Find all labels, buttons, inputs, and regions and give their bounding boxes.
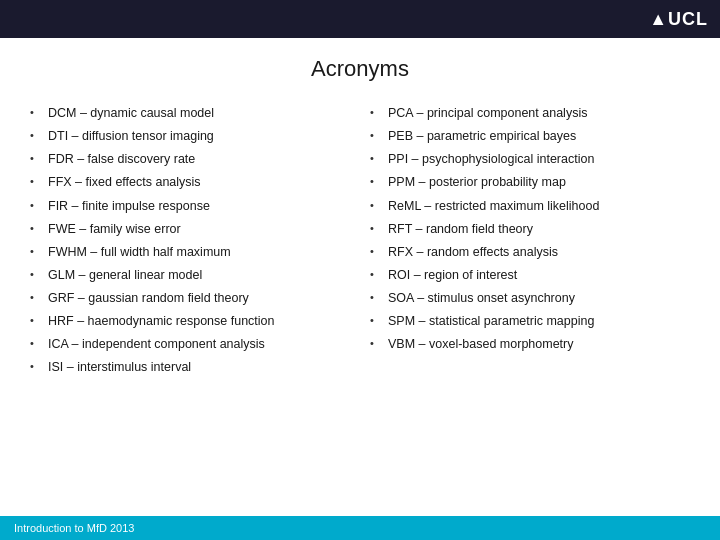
list-item-text: GRF – gaussian random field theory xyxy=(48,289,249,307)
list-item: •FWE – family wise error xyxy=(30,220,350,238)
list-item: •DTI – diffusion tensor imaging xyxy=(30,127,350,145)
bullet-icon: • xyxy=(370,290,384,306)
bullet-icon: • xyxy=(370,198,384,214)
list-item: •GRF – gaussian random field theory xyxy=(30,289,350,307)
list-item-text: PEB – parametric empirical bayes xyxy=(388,127,576,145)
bullet-icon: • xyxy=(370,105,384,121)
bullet-icon: • xyxy=(30,198,44,214)
bullet-icon: • xyxy=(370,313,384,329)
list-item-text: SPM – statistical parametric mapping xyxy=(388,312,594,330)
bullet-icon: • xyxy=(30,336,44,352)
bullet-icon: • xyxy=(30,267,44,283)
list-item: •RFT – random field theory xyxy=(370,220,690,238)
list-item: •HRF – haemodynamic response function xyxy=(30,312,350,330)
left-list: •DCM – dynamic causal model•DTI – diffus… xyxy=(30,104,350,377)
bullet-icon: • xyxy=(30,221,44,237)
list-item: •PEB – parametric empirical bayes xyxy=(370,127,690,145)
list-item: •VBM – voxel-based morphometry xyxy=(370,335,690,353)
list-item: •SPM – statistical parametric mapping xyxy=(370,312,690,330)
list-item-text: GLM – general linear model xyxy=(48,266,202,284)
bullet-icon: • xyxy=(370,267,384,283)
bullet-icon: • xyxy=(30,359,44,375)
bullet-icon: • xyxy=(30,290,44,306)
bullet-icon: • xyxy=(30,128,44,144)
list-item-text: PCA – principal component analysis xyxy=(388,104,587,122)
bullet-icon: • xyxy=(370,128,384,144)
list-item-text: FFX – fixed effects analysis xyxy=(48,173,201,191)
list-item: •FIR – finite impulse response xyxy=(30,197,350,215)
list-item-text: PPM – posterior probability map xyxy=(388,173,566,191)
bullet-icon: • xyxy=(370,244,384,260)
page-title: Acronyms xyxy=(30,56,690,82)
list-item: •FWHM – full width half maximum xyxy=(30,243,350,261)
list-item-text: DTI – diffusion tensor imaging xyxy=(48,127,214,145)
list-item-text: PPI – psychophysiological interaction xyxy=(388,150,594,168)
bullet-icon: • xyxy=(30,105,44,121)
list-item-text: FIR – finite impulse response xyxy=(48,197,210,215)
list-item-text: HRF – haemodynamic response function xyxy=(48,312,275,330)
columns-container: •DCM – dynamic causal model•DTI – diffus… xyxy=(30,104,690,382)
list-item-text: VBM – voxel-based morphometry xyxy=(388,335,574,353)
bullet-icon: • xyxy=(30,313,44,329)
list-item-text: ROI – region of interest xyxy=(388,266,517,284)
footer-text: Introduction to MfD 2013 xyxy=(14,522,134,534)
list-item-text: FWHM – full width half maximum xyxy=(48,243,231,261)
list-item: •PPM – posterior probability map xyxy=(370,173,690,191)
list-item: •RFX – random effects analysis xyxy=(370,243,690,261)
main-content: Acronyms •DCM – dynamic causal model•DTI… xyxy=(0,38,720,392)
list-item: •ReML – restricted maximum likelihood xyxy=(370,197,690,215)
list-item: •ISI – interstimulus interval xyxy=(30,358,350,376)
list-item-text: ISI – interstimulus interval xyxy=(48,358,191,376)
left-column: •DCM – dynamic causal model•DTI – diffus… xyxy=(30,104,350,382)
list-item-text: RFX – random effects analysis xyxy=(388,243,558,261)
list-item: •DCM – dynamic causal model xyxy=(30,104,350,122)
list-item-text: RFT – random field theory xyxy=(388,220,533,238)
list-item: •ROI – region of interest xyxy=(370,266,690,284)
list-item: •FDR – false discovery rate xyxy=(30,150,350,168)
bullet-icon: • xyxy=(370,151,384,167)
list-item: •FFX – fixed effects analysis xyxy=(30,173,350,191)
bullet-icon: • xyxy=(30,151,44,167)
list-item: •SOA – stimulus onset asynchrony xyxy=(370,289,690,307)
bullet-icon: • xyxy=(370,336,384,352)
list-item-text: FWE – family wise error xyxy=(48,220,181,238)
bullet-icon: • xyxy=(30,244,44,260)
bullet-icon: • xyxy=(30,174,44,190)
list-item-text: DCM – dynamic causal model xyxy=(48,104,214,122)
list-item: •PPI – psychophysiological interaction xyxy=(370,150,690,168)
list-item: •GLM – general linear model xyxy=(30,266,350,284)
right-column: •PCA – principal component analysis•PEB … xyxy=(370,104,690,382)
top-bar: ▲UCL xyxy=(0,0,720,38)
bullet-icon: • xyxy=(370,174,384,190)
right-list: •PCA – principal component analysis•PEB … xyxy=(370,104,690,353)
list-item: •ICA – independent component analysis xyxy=(30,335,350,353)
list-item-text: FDR – false discovery rate xyxy=(48,150,195,168)
bottom-bar: Introduction to MfD 2013 xyxy=(0,516,720,540)
list-item-text: SOA – stimulus onset asynchrony xyxy=(388,289,575,307)
list-item-text: ReML – restricted maximum likelihood xyxy=(388,197,599,215)
ucl-logo: ▲UCL xyxy=(649,9,708,30)
bullet-icon: • xyxy=(370,221,384,237)
list-item: •PCA – principal component analysis xyxy=(370,104,690,122)
list-item-text: ICA – independent component analysis xyxy=(48,335,265,353)
